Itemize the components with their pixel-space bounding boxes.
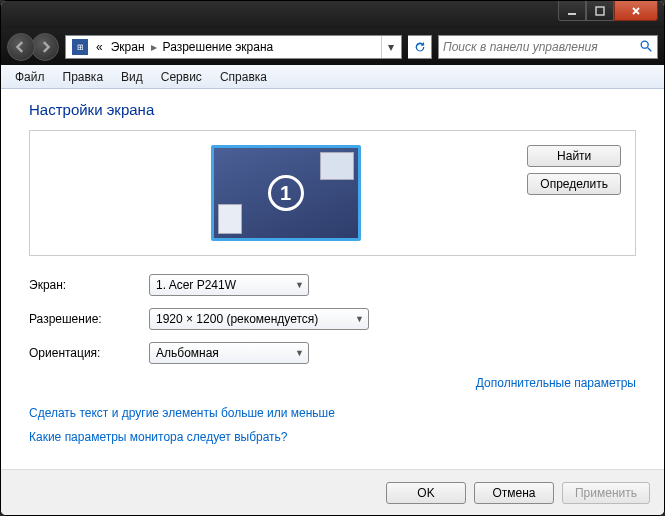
search-input[interactable]: [443, 40, 639, 54]
address-dropdown[interactable]: ▾: [381, 36, 399, 58]
page-title: Настройки экрана: [29, 101, 636, 118]
text-size-link[interactable]: Сделать текст и другие элементы больше и…: [29, 406, 636, 420]
control-panel-icon: ⊞: [72, 39, 88, 55]
detect-button[interactable]: Определить: [527, 173, 621, 195]
svg-rect-0: [568, 13, 576, 15]
nav-buttons: [7, 33, 59, 61]
close-button[interactable]: [614, 1, 658, 21]
row-resolution: Разрешение: 1920 × 1200 (рекомендуется) …: [29, 308, 636, 330]
address-row: ⊞ « Экран ▸ Разрешение экрана ▾: [1, 29, 664, 65]
breadcrumb-prefix: «: [92, 40, 107, 54]
monitor-preview-area: 1: [44, 145, 527, 241]
refresh-button[interactable]: [408, 35, 432, 59]
back-button[interactable]: [7, 33, 35, 61]
monitor-number: 1: [268, 175, 304, 211]
footer: OK Отмена Применить: [1, 469, 664, 515]
help-links: Сделать текст и другие элементы больше и…: [29, 406, 636, 444]
chevron-down-icon: ▼: [295, 280, 304, 290]
orientation-value: Альбомная: [156, 346, 219, 360]
cancel-button[interactable]: Отмена: [474, 482, 554, 504]
menu-help[interactable]: Справка: [212, 67, 275, 87]
chevron-down-icon: ▼: [295, 348, 304, 358]
resolution-value: 1920 × 1200 (рекомендуется): [156, 312, 318, 326]
preview-buttons: Найти Определить: [527, 145, 621, 195]
breadcrumb-root[interactable]: Экран: [107, 40, 149, 54]
display-preview-panel: 1 Найти Определить: [29, 130, 636, 256]
label-screen: Экран:: [29, 278, 149, 292]
maximize-button[interactable]: [586, 1, 614, 21]
preview-window-icon: [218, 204, 242, 234]
orientation-select[interactable]: Альбомная ▼: [149, 342, 309, 364]
apply-button[interactable]: Применить: [562, 482, 650, 504]
svg-point-2: [641, 41, 648, 48]
window-buttons: [558, 1, 658, 21]
menu-file[interactable]: Файл: [7, 67, 53, 87]
titlebar: [1, 1, 664, 29]
breadcrumb-current[interactable]: Разрешение экрана: [159, 40, 278, 54]
search-icon[interactable]: [639, 39, 653, 56]
menu-view[interactable]: Вид: [113, 67, 151, 87]
row-orientation: Ориентация: Альбомная ▼: [29, 342, 636, 364]
minimize-button[interactable]: [558, 1, 586, 21]
screen-select[interactable]: 1. Acer P241W ▼: [149, 274, 309, 296]
row-screen: Экран: 1. Acer P241W ▼: [29, 274, 636, 296]
monitor-preview[interactable]: 1: [211, 145, 361, 241]
monitor-help-link[interactable]: Какие параметры монитора следует выбрать…: [29, 430, 636, 444]
menu-bar: Файл Правка Вид Сервис Справка: [1, 65, 664, 89]
address-bar[interactable]: ⊞ « Экран ▸ Разрешение экрана ▾: [65, 35, 402, 59]
forward-button[interactable]: [31, 33, 59, 61]
advanced-link-row: Дополнительные параметры: [29, 376, 636, 390]
label-resolution: Разрешение:: [29, 312, 149, 326]
ok-button[interactable]: OK: [386, 482, 466, 504]
resolution-select[interactable]: 1920 × 1200 (рекомендуется) ▼: [149, 308, 369, 330]
preview-window-icon: [320, 152, 354, 180]
search-box[interactable]: [438, 35, 658, 59]
menu-edit[interactable]: Правка: [55, 67, 112, 87]
label-orientation: Ориентация:: [29, 346, 149, 360]
window: ⊞ « Экран ▸ Разрешение экрана ▾ Файл Пра…: [0, 0, 665, 516]
chevron-down-icon: ▼: [355, 314, 364, 324]
screen-value: 1. Acer P241W: [156, 278, 236, 292]
find-button[interactable]: Найти: [527, 145, 621, 167]
content: Настройки экрана 1 Найти Определить Экра…: [1, 89, 664, 469]
chevron-right-icon: ▸: [149, 40, 159, 54]
menu-tools[interactable]: Сервис: [153, 67, 210, 87]
svg-rect-1: [596, 7, 604, 15]
advanced-settings-link[interactable]: Дополнительные параметры: [476, 376, 636, 390]
